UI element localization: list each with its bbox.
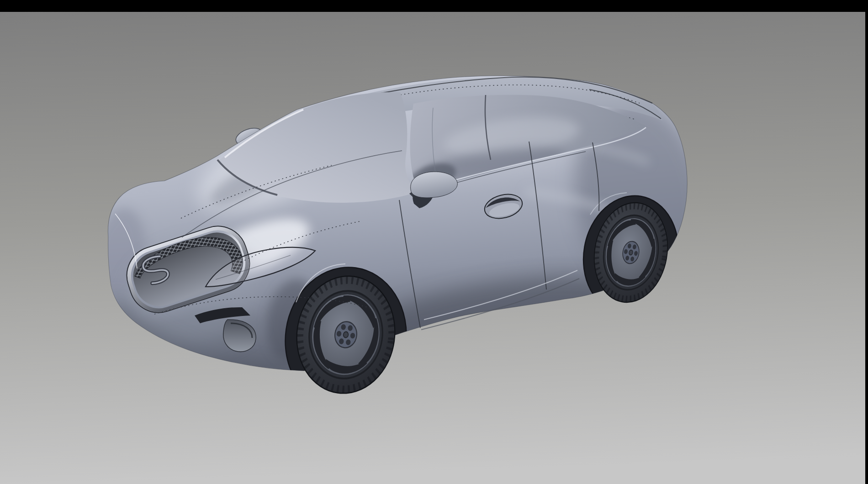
app-window (0, 0, 868, 484)
letterbox-right-bar (865, 12, 868, 484)
letterbox-top-bar (0, 0, 868, 12)
render-canvas[interactable] (0, 0, 868, 484)
